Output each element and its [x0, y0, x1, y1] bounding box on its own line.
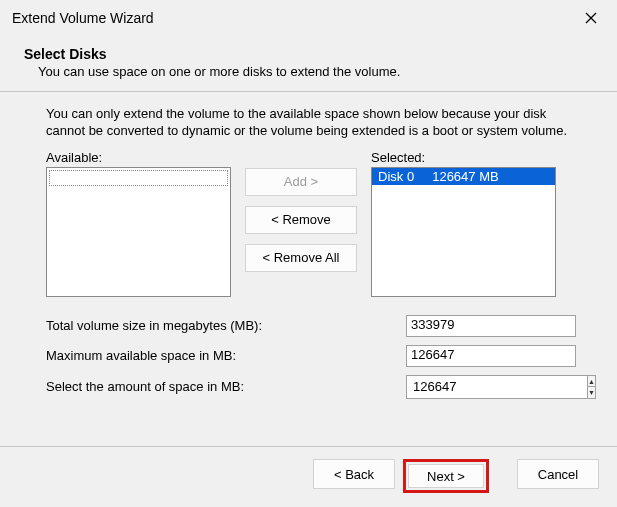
spinner-up-button[interactable]: ▲ [588, 376, 595, 387]
available-column: Available: [46, 150, 231, 297]
explanation-text: You can only extend the volume to the av… [46, 106, 583, 140]
available-label: Available: [46, 150, 231, 165]
close-icon [585, 12, 597, 24]
transfer-buttons: Add > < Remove < Remove All [245, 168, 357, 272]
cancel-button[interactable]: Cancel [517, 459, 599, 489]
disk-columns: Available: Add > < Remove < Remove All S… [46, 150, 583, 297]
max-space-label: Maximum available space in MB: [46, 348, 406, 363]
select-amount-row: Select the amount of space in MB: ▲ ▼ [46, 375, 583, 399]
select-amount-input[interactable] [406, 375, 587, 399]
next-button[interactable]: Next > [408, 464, 484, 488]
total-size-value: 333979 [406, 315, 576, 337]
remove-all-button[interactable]: < Remove All [245, 244, 357, 272]
content-area: You can only extend the volume to the av… [0, 92, 617, 446]
wizard-footer: < Back Next > Cancel [0, 447, 617, 507]
back-button[interactable]: < Back [313, 459, 395, 489]
extend-volume-wizard: Extend Volume Wizard Select Disks You ca… [0, 0, 617, 507]
selected-label: Selected: [371, 150, 556, 165]
select-amount-spinner: ▲ ▼ [406, 375, 576, 399]
size-fields: Total volume size in megabytes (MB): 333… [46, 315, 583, 399]
selected-disk-item[interactable]: Disk 0 126647 MB [372, 168, 555, 185]
available-listbox[interactable] [46, 167, 231, 297]
close-button[interactable] [573, 4, 609, 32]
select-amount-label: Select the amount of space in MB: [46, 379, 406, 394]
selected-listbox[interactable]: Disk 0 126647 MB [371, 167, 556, 297]
page-header: Select Disks You can use space on one or… [0, 36, 617, 89]
spinner-buttons: ▲ ▼ [587, 375, 596, 399]
page-subtitle: You can use space on one or more disks t… [38, 64, 593, 79]
spinner-down-button[interactable]: ▼ [588, 386, 595, 398]
remove-button[interactable]: < Remove [245, 206, 357, 234]
add-button[interactable]: Add > [245, 168, 357, 196]
selected-column: Selected: Disk 0 126647 MB [371, 150, 556, 297]
window-title: Extend Volume Wizard [12, 10, 154, 26]
max-space-value: 126647 [406, 345, 576, 367]
total-size-label: Total volume size in megabytes (MB): [46, 318, 406, 333]
max-space-row: Maximum available space in MB: 126647 [46, 345, 583, 367]
total-size-row: Total volume size in megabytes (MB): 333… [46, 315, 583, 337]
titlebar: Extend Volume Wizard [0, 0, 617, 36]
next-button-highlight: Next > [403, 459, 489, 493]
available-selection-placeholder [49, 170, 228, 186]
page-title: Select Disks [24, 46, 593, 62]
